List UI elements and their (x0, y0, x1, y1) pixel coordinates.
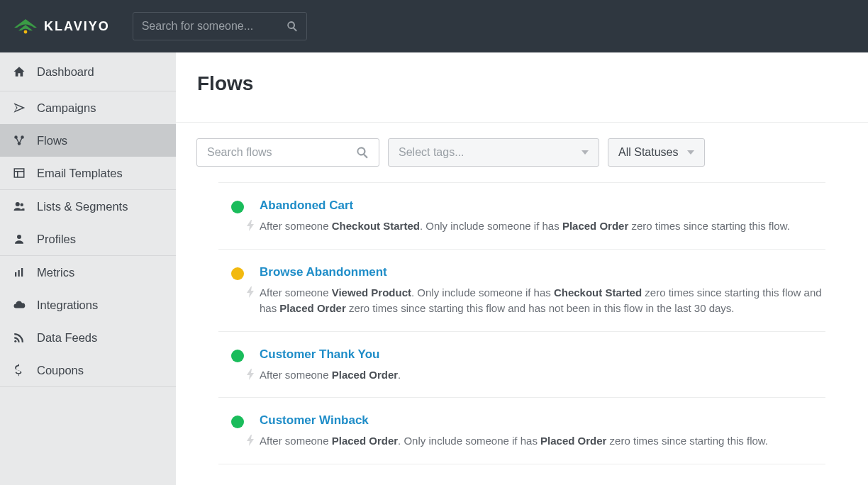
feed-icon (11, 331, 27, 344)
svg-point-0 (24, 30, 28, 34)
tags-select[interactable]: Select tags... (388, 138, 599, 167)
flow-description: After someone Checkout Started. Only inc… (260, 218, 825, 235)
sidebar-item-data-feeds[interactable]: Data Feeds (0, 321, 176, 354)
flow-title[interactable]: Customer Winback (260, 413, 825, 428)
flow-search[interactable] (196, 138, 379, 167)
tags-select-label: Select tags... (399, 146, 464, 159)
sidebar-item-label: Lists & Segments (37, 200, 128, 213)
top-search[interactable] (133, 12, 307, 40)
sidebar-item-dashboard[interactable]: Dashboard (0, 52, 176, 91)
bolt-icon (247, 286, 254, 298)
sidebar-item-label: Coupons (37, 364, 84, 377)
chevron-down-icon (582, 150, 589, 155)
sidebar-item-campaigns[interactable]: Campaigns (0, 91, 176, 124)
svg-point-8 (21, 204, 24, 207)
flow-row: Abandoned CartAfter someone Checkout Sta… (218, 182, 825, 250)
bolt-icon (247, 220, 254, 231)
status-select[interactable]: All Statuses (608, 138, 705, 167)
flow-description: After someone Placed Order. Only include… (260, 433, 825, 450)
svg-rect-4 (14, 169, 24, 177)
sidebar-item-label: Dashboard (37, 65, 94, 79)
main: Flows Select tags... All Statuses (176, 52, 868, 485)
brand-text: KLAVIYO (44, 19, 110, 34)
flow-description: After someone Viewed Product. Only inclu… (260, 285, 825, 317)
flow-title[interactable]: Customer Thank You (260, 347, 825, 362)
status-select-label: All Statuses (618, 146, 678, 159)
status-dot (231, 350, 244, 362)
flow-row: Customer WinbackAfter someone Placed Ord… (218, 398, 825, 464)
sidebar-item-flows[interactable]: Flows (0, 124, 176, 157)
status-dot (231, 201, 244, 213)
users-icon (11, 200, 27, 213)
logo-icon (13, 18, 38, 35)
sidebar-item-lists-segments[interactable]: Lists & Segments (0, 190, 176, 223)
page-header: Flows (176, 52, 868, 123)
flow-title[interactable]: Browse Abandonment (260, 265, 825, 279)
sidebar-item-label: Campaigns (37, 101, 96, 115)
sidebar-item-coupons[interactable]: Coupons (0, 354, 176, 386)
topbar: KLAVIYO (0, 0, 868, 52)
flow-row: Customer Thank YouAfter someone Placed O… (218, 332, 825, 398)
flow-search-input[interactable] (207, 146, 356, 159)
svg-rect-11 (18, 270, 20, 277)
send-icon (11, 101, 27, 114)
home-icon (11, 65, 27, 78)
svg-rect-10 (15, 272, 16, 277)
filters-bar: Select tags... All Statuses (196, 123, 847, 182)
sidebar: DashboardCampaignsFlowsEmail TemplatesLi… (0, 52, 176, 485)
search-icon (356, 146, 369, 159)
sidebar-item-label: Profiles (37, 233, 76, 246)
sidebar-item-metrics[interactable]: Metrics (0, 256, 176, 289)
cloud-icon (11, 299, 27, 311)
bolt-icon (247, 435, 254, 446)
status-dot (231, 267, 244, 280)
flow-list: Abandoned CartAfter someone Checkout Sta… (197, 182, 847, 464)
sidebar-item-label: Email Templates (37, 167, 123, 180)
brand-logo[interactable]: KLAVIYO (13, 18, 110, 35)
search-icon (286, 21, 298, 32)
svg-rect-12 (21, 268, 23, 277)
svg-point-13 (14, 340, 16, 342)
sidebar-item-integrations[interactable]: Integrations (0, 289, 176, 321)
sidebar-item-email-templates[interactable]: Email Templates (0, 157, 176, 189)
svg-point-9 (17, 235, 21, 239)
svg-point-7 (16, 202, 20, 206)
sidebar-item-label: Integrations (37, 299, 98, 312)
user-icon (11, 233, 27, 245)
sidebar-item-label: Data Feeds (37, 331, 97, 345)
flow-row: Browse AbandonmentAfter someone Viewed P… (218, 250, 825, 332)
page-title: Flows (197, 72, 847, 95)
flow-title[interactable]: Abandoned Cart (260, 199, 825, 213)
template-icon (11, 167, 27, 179)
flow-description: After someone Placed Order. (260, 367, 825, 384)
top-search-input[interactable] (142, 20, 286, 33)
status-dot (231, 416, 244, 428)
chevron-down-icon (687, 150, 694, 155)
chart-icon (11, 266, 27, 279)
sidebar-item-profiles[interactable]: Profiles (0, 223, 176, 255)
bolt-icon (247, 369, 254, 380)
flow-icon (11, 134, 27, 147)
sidebar-item-label: Flows (37, 134, 67, 147)
dollar-icon (11, 363, 27, 377)
sidebar-item-label: Metrics (37, 266, 74, 279)
